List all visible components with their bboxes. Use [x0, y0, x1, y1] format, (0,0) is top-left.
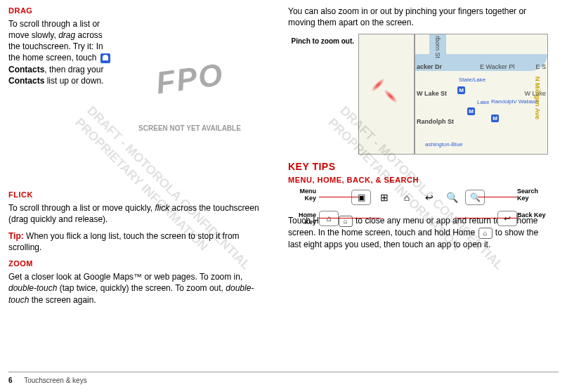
home-glyph: ⌂: [398, 190, 416, 204]
street-label: rborn St: [434, 36, 442, 58]
pinch-label: Pinch to zoom out.: [288, 34, 354, 155]
pinch-intro: You can also zoom in or out by pinching …: [288, 6, 548, 28]
search-key-icon: 🔍: [465, 190, 485, 205]
text: Get a closer look at Google Maps™ or web…: [8, 272, 242, 282]
zoom-paragraph: Get a closer look at Google Maps™ or web…: [8, 271, 268, 306]
flick-heading: FLICK: [8, 190, 268, 200]
home-inline-icon: ⌂: [478, 228, 493, 239]
menu-home-back-search-heading: MENU, HOME, BACK, & SEARCH: [288, 175, 548, 185]
text: the screen again.: [29, 295, 96, 305]
text: , then drag your: [44, 65, 103, 74]
zoom-heading: ZOOM: [8, 259, 268, 269]
tip-paragraph: Tip: When you flick a long list, touch t…: [8, 230, 268, 253]
tip-text: When you flick a long list, touch the sc…: [8, 231, 240, 252]
metro-icon: M: [457, 86, 465, 94]
text-em: flick: [155, 203, 170, 213]
transit-label: ashington-Blue: [425, 141, 462, 149]
search-key-label: Search Key: [517, 188, 548, 202]
street-label: acker Dr: [417, 63, 442, 71]
drag-paragraph: To scroll through a list or move slowly,…: [8, 18, 112, 86]
street-label: E Wacker Pl: [480, 63, 514, 71]
text: (tap twice, quickly) the screen. To zoom…: [57, 283, 226, 293]
menu-glyph: ⊞: [375, 190, 393, 204]
home-key-icon: ⌂: [319, 211, 339, 226]
footer-rule: [8, 372, 559, 372]
street-label: N Micigan Ave: [533, 77, 542, 119]
street-label: W Lake St: [417, 89, 447, 98]
text: list up or down.: [44, 76, 103, 86]
tip-label: Tip:: [8, 231, 24, 241]
footer: 6 Touchscreen & keys: [8, 376, 87, 386]
menu-key-label: Menu Key: [288, 188, 316, 202]
contacts-icon: [100, 53, 110, 63]
back-key-label: Back Key: [517, 212, 548, 219]
text-bold: Contacts: [8, 76, 44, 86]
home-key-label: Home Key: [288, 212, 316, 226]
map-figure: Pinch to zoom out. rborn St acker Dr E W…: [288, 34, 548, 155]
text: To scroll through a list or move quickly…: [8, 203, 155, 213]
search-glyph: 🔍: [443, 190, 461, 204]
back-key-icon: ↩: [497, 211, 517, 226]
street-label: Randolph St: [417, 117, 454, 126]
text-em: double-touch: [8, 283, 57, 293]
map-large: rborn St acker Dr E Wacker Pl E S State/…: [415, 34, 548, 155]
page-number: 6: [8, 377, 13, 384]
transit-label: State/Lake: [459, 77, 485, 84]
text-em: drag: [58, 30, 75, 40]
map-small: [358, 34, 415, 155]
menu-key-icon: ▣: [351, 190, 371, 205]
footer-section: Touchscreen & keys: [24, 377, 87, 384]
transit-label: Lake: [477, 99, 489, 107]
back-glyph: ↩: [420, 190, 438, 204]
fpo-placeholder: FPO SCREEN NOT YET AVAILABLE: [119, 18, 260, 173]
metro-icon: M: [491, 115, 499, 122]
drag-heading: DRAG: [8, 6, 268, 16]
fpo-subtitle: SCREEN NOT YET AVAILABLE: [138, 124, 241, 133]
pinch-gesture-icon: [372, 77, 403, 107]
transit-label: Randolph/ Wabash: [491, 99, 539, 105]
street-label: E S: [535, 63, 546, 71]
softkey-diagram: Menu Key Home Key Search Key Back Key ▣ …: [288, 190, 548, 205]
text-bold: Contacts: [8, 65, 44, 74]
flick-paragraph: To scroll through a list or move quickly…: [8, 202, 268, 225]
key-tips-heading: KEY TIPS: [288, 160, 548, 174]
metro-icon: M: [467, 107, 475, 115]
fpo-text: FPO: [153, 53, 226, 104]
